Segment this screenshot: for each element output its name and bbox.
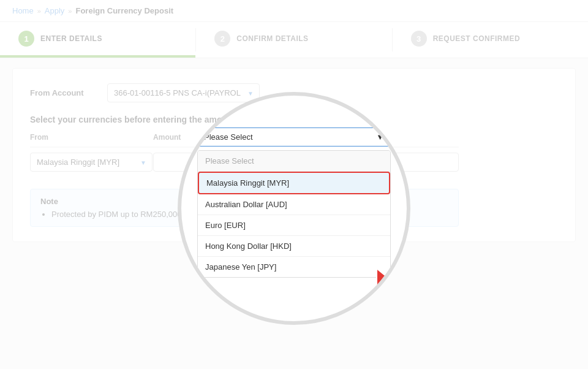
step-1-num: 1 [18,31,34,47]
breadcrumb-sep2: » [68,7,72,15]
svg-marker-0 [377,268,398,298]
from-currency-select-wrapper: Malaysia Ringgit [MYR] [30,153,153,172]
from-currency-select[interactable]: Malaysia Ringgit [MYR] [30,153,153,172]
currency-row: Malaysia Ringgit [MYR] ⇄ Please Select [30,147,459,177]
note-item-1: Protected by PIDM up to RM250,000 for ea… [51,210,448,219]
section-title: Select your currencies before entering t… [30,115,558,124]
to-currency-select[interactable]: Please Select [250,153,372,172]
step-3-label: REQUEST CONFIRMED [433,34,521,43]
from-account-select-wrapper: 366-01-00116-5 PNS CA-i(PAYROL [107,83,260,102]
from-currency-cell: Malaysia Ringgit [MYR] [30,147,153,177]
from-account-select[interactable]: 366-01-00116-5 PNS CA-i(PAYROL [107,83,260,102]
from-account-label: From Account [30,88,97,97]
amount-cell [153,147,239,177]
step-3-num: 3 [411,31,427,47]
col-from-header: From [30,133,153,147]
to-currency-select-wrapper: Please Select [250,153,372,172]
breadcrumb-current: Foreign Currency Deposit [75,6,173,15]
step-2-num: 2 [214,31,230,47]
steps-bar: 1 ENTER DETAILS 2 CONFIRM DETAILS 3 REQU… [0,22,588,58]
note-list: Protected by PIDM up to RM250,000 for ea… [40,210,448,219]
note-box: Note Protected by PIDM up to RM250,000 f… [30,189,459,227]
from-account-row: From Account 366-01-00116-5 PNS CA-i(PAY… [30,83,558,102]
step-2-label: CONFIRM DETAILS [236,34,308,43]
breadcrumb-apply[interactable]: Apply [45,6,65,15]
step-1: 1 ENTER DETAILS [0,22,195,58]
step-1-label: ENTER DETAILS [40,34,102,43]
col-result-header [373,133,459,147]
note-title: Note [40,197,448,206]
col-amount-header: Amount [153,133,239,147]
step-2: 2 CONFIRM DETAILS [196,22,391,58]
swap-cell: ⇄ [239,147,250,177]
currency-table: From Amount To Malaysia Ringgit [MYR] [30,133,459,177]
dropdown-item-jpy[interactable]: Japanese Yen [JPY] [198,257,390,277]
swap-icon[interactable]: ⇄ [239,156,249,169]
breadcrumb: Home » Apply » Foreign Currency Deposit [0,0,588,22]
col-swap-header [239,133,250,147]
to-currency-cell: Please Select [250,147,373,177]
step-3: 3 REQUEST CONFIRMED [393,22,588,58]
breadcrumb-sep1: » [37,7,41,15]
amount-input[interactable] [153,153,239,172]
result-input[interactable] [373,153,459,172]
result-cell [373,147,459,177]
col-to-header: To [250,133,373,147]
main-content: From Account 366-01-00116-5 PNS CA-i(PAY… [12,68,576,242]
breadcrumb-home[interactable]: Home [12,6,34,15]
